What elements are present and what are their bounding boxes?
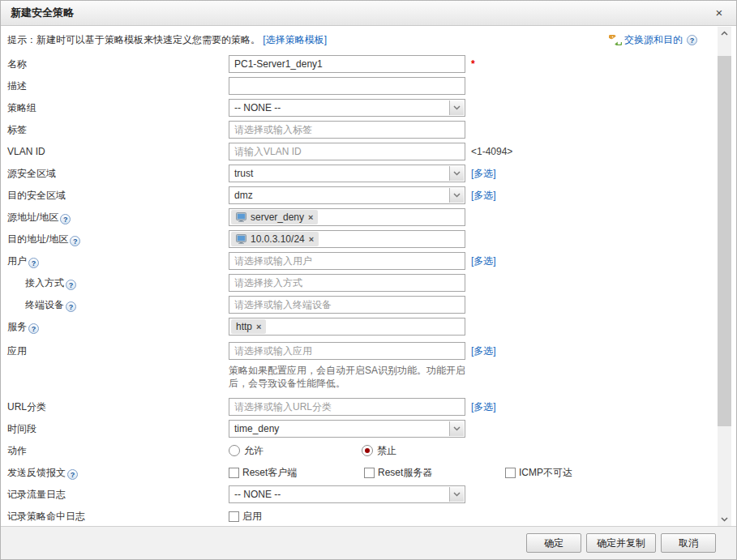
description-label: 描述 bbox=[7, 79, 229, 93]
vlan-id-label: VLAN ID bbox=[7, 146, 229, 157]
remove-chip-icon[interactable]: × bbox=[256, 322, 261, 331]
vlan-range-hint: <1-4094> bbox=[471, 146, 512, 157]
host-monitor-icon bbox=[236, 234, 246, 244]
policy-hit-log-enable-option[interactable]: 启用 bbox=[229, 510, 262, 524]
row-url-category: URL分类 [多选] bbox=[7, 398, 736, 416]
reset-client-label: Reset客户端 bbox=[242, 466, 297, 480]
tag-input[interactable] bbox=[229, 121, 465, 139]
source-address-chip-text: server_deny bbox=[251, 212, 304, 223]
row-vlan-id: VLAN ID <1-4094> bbox=[7, 143, 736, 160]
source-address-help-icon[interactable]: ? bbox=[60, 214, 71, 224]
vlan-id-input[interactable] bbox=[229, 143, 465, 160]
destination-address-help-icon[interactable]: ? bbox=[70, 236, 80, 246]
select-policy-template-link[interactable]: [选择策略模板] bbox=[263, 34, 327, 45]
service-chip-text: http bbox=[236, 321, 252, 332]
user-label: 用户? bbox=[7, 254, 229, 268]
source-address-chip: server_deny × bbox=[231, 210, 318, 224]
user-help-icon[interactable]: ? bbox=[28, 258, 39, 268]
source-zone-select[interactable]: trust bbox=[229, 165, 465, 182]
destination-zone-multi-select-link[interactable]: [多选] bbox=[471, 189, 496, 203]
user-input[interactable] bbox=[229, 252, 465, 270]
time-range-value: time_deny bbox=[229, 421, 465, 437]
action-allow-label: 允许 bbox=[244, 444, 264, 458]
checkbox-icmp-unreachable[interactable] bbox=[505, 468, 516, 478]
row-name: 名称 * bbox=[7, 55, 736, 73]
source-address-input[interactable]: server_deny × bbox=[229, 208, 465, 226]
checkbox-policy-hit-log[interactable] bbox=[229, 511, 239, 522]
action-allow-option[interactable]: 允许 bbox=[229, 444, 362, 458]
remove-chip-icon[interactable]: × bbox=[308, 212, 313, 222]
icmp-unreachable-label: ICMP不可达 bbox=[519, 466, 572, 480]
row-tag: 标签 bbox=[7, 121, 736, 139]
source-address-label: 源地址/地区? bbox=[7, 211, 229, 224]
destination-zone-value: dmz bbox=[229, 187, 465, 203]
destination-address-input[interactable]: 10.0.3.10/24 × bbox=[229, 230, 465, 248]
feedback-reset-client-option[interactable]: Reset客户端 bbox=[229, 466, 364, 480]
destination-zone-select[interactable]: dmz bbox=[229, 186, 465, 204]
policy-group-label: 策略组 bbox=[7, 101, 229, 115]
checkbox-reset-server[interactable] bbox=[364, 468, 375, 478]
scroll-up-icon[interactable] bbox=[718, 27, 731, 40]
checkbox-reset-client[interactable] bbox=[229, 468, 239, 478]
chevron-down-icon[interactable] bbox=[449, 487, 464, 502]
time-range-select[interactable]: time_deny bbox=[229, 420, 465, 438]
feedback-help-icon[interactable]: ? bbox=[67, 469, 78, 480]
feedback-icmp-unreachable-option[interactable]: ICMP不可达 bbox=[505, 466, 572, 480]
row-terminal-device: 终端设备? bbox=[7, 296, 736, 314]
application-label: 应用 bbox=[7, 344, 229, 358]
service-input[interactable]: http × bbox=[229, 318, 465, 336]
radio-allow[interactable] bbox=[229, 445, 240, 456]
hint-prefix: 提示： bbox=[7, 34, 36, 45]
feedback-reset-server-option[interactable]: Reset服务器 bbox=[364, 466, 505, 480]
cancel-button[interactable]: 取消 bbox=[661, 533, 716, 553]
close-icon[interactable]: × bbox=[712, 6, 726, 20]
chevron-down-icon[interactable] bbox=[449, 166, 464, 181]
traffic-log-label: 记录流量日志 bbox=[7, 488, 229, 502]
source-zone-label: 源安全区域 bbox=[7, 167, 229, 181]
dialog-title: 新建安全策略 bbox=[11, 6, 74, 20]
url-category-input[interactable] bbox=[229, 398, 465, 416]
action-deny-option[interactable]: 禁止 bbox=[362, 444, 396, 458]
row-description: 描述 bbox=[7, 77, 736, 95]
reset-server-label: Reset服务器 bbox=[378, 466, 432, 480]
name-input[interactable] bbox=[229, 55, 465, 73]
source-zone-multi-select-link[interactable]: [多选] bbox=[471, 167, 496, 181]
application-input[interactable] bbox=[229, 342, 465, 360]
traffic-log-select[interactable]: -- NONE -- bbox=[229, 485, 465, 503]
url-category-label: URL分类 bbox=[7, 400, 229, 414]
destination-address-chip-text: 10.0.3.10/24 bbox=[251, 233, 305, 245]
dialog-content: 提示：新建时可以基于策略模板来快速定义您需要的策略。 [选择策略模板] 交换源和… bbox=[1, 26, 736, 528]
service-help-icon[interactable]: ? bbox=[28, 323, 39, 334]
hint-text: 新建时可以基于策略模板来快速定义您需要的策略。 bbox=[36, 34, 260, 45]
description-input[interactable] bbox=[229, 77, 465, 95]
row-destination-zone: 目的安全区域 dmz [多选] bbox=[7, 186, 736, 204]
row-action: 动作 允许 禁止 bbox=[7, 442, 736, 460]
chevron-down-icon[interactable] bbox=[449, 188, 464, 203]
remove-chip-icon[interactable]: × bbox=[309, 234, 314, 244]
chevron-down-icon[interactable] bbox=[449, 421, 464, 436]
policy-hit-log-label: 记录策略命中日志 bbox=[7, 510, 229, 524]
hint-bar: 提示：新建时可以基于策略模板来快速定义您需要的策略。 [选择策略模板] 交换源和… bbox=[1, 26, 736, 47]
application-sa-note: 策略如果配置应用，会自动开启SA识别功能。功能开启后，会导致设备性能降低。 bbox=[229, 364, 465, 390]
row-access-mode: 接入方式? bbox=[7, 274, 736, 292]
radio-deny[interactable] bbox=[362, 445, 373, 456]
terminal-device-help-icon[interactable]: ? bbox=[66, 301, 76, 312]
application-multi-select-link[interactable]: [多选] bbox=[471, 344, 496, 358]
ok-button[interactable]: 确定 bbox=[526, 533, 581, 553]
vertical-scrollbar[interactable] bbox=[718, 27, 731, 526]
user-multi-select-link[interactable]: [多选] bbox=[471, 254, 496, 268]
swap-arrows-icon bbox=[609, 35, 622, 45]
policy-group-select[interactable]: -- NONE -- bbox=[229, 99, 465, 117]
scrollbar-thumb[interactable] bbox=[718, 56, 731, 426]
swap-help-icon[interactable]: ? bbox=[687, 35, 697, 45]
destination-address-chip: 10.0.3.10/24 × bbox=[231, 232, 319, 246]
ok-and-copy-button[interactable]: 确定并复制 bbox=[586, 533, 656, 553]
access-mode-help-icon[interactable]: ? bbox=[66, 280, 76, 290]
swap-source-destination-link[interactable]: 交换源和目的 bbox=[624, 33, 683, 47]
name-label: 名称 bbox=[7, 58, 229, 71]
access-mode-input[interactable] bbox=[229, 274, 465, 292]
scroll-down-icon[interactable] bbox=[718, 513, 731, 526]
chevron-down-icon[interactable] bbox=[449, 100, 464, 115]
terminal-device-input[interactable] bbox=[229, 296, 465, 314]
url-category-multi-select-link[interactable]: [多选] bbox=[471, 400, 496, 414]
